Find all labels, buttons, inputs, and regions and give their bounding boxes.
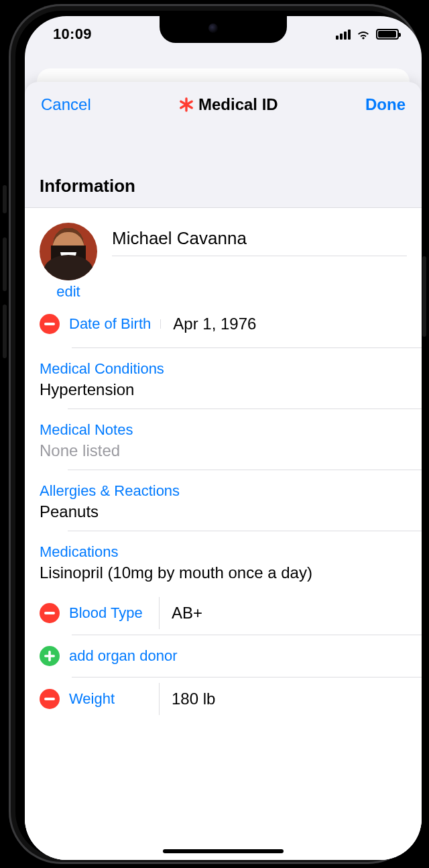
allergies-label: Allergies & Reactions [40,482,407,500]
section-header-information: Information [25,127,422,207]
svg-rect-6 [44,655,55,657]
svg-rect-4 [44,612,55,614]
allergies-value[interactable]: Peanuts [40,502,407,521]
notch [160,16,287,43]
cellular-icon [336,29,351,40]
screen: 10:09 Cancel [25,16,422,860]
notes-label: Medical Notes [40,421,407,439]
notes-placeholder[interactable]: None listed [40,441,407,460]
page-title-text: Medical ID [198,95,278,114]
power-button[interactable] [422,256,426,337]
edit-photo-link[interactable]: edit [40,283,97,301]
conditions-value[interactable]: Hypertension [40,380,407,399]
remove-weight-button[interactable] [40,689,60,709]
medications-block[interactable]: Medications Lisinopril (10mg by mouth on… [25,531,422,592]
weight-label[interactable]: Weight [69,690,159,708]
done-button[interactable]: Done [365,95,406,114]
home-indicator[interactable] [163,849,284,853]
volume-down-button[interactable] [3,305,7,358]
add-organ-donor-row[interactable]: add organ donor [25,635,422,677]
dob-value[interactable]: Apr 1, 1976 [161,315,422,333]
minus-icon [44,698,55,700]
svg-rect-7 [44,698,55,700]
battery-icon [376,29,399,40]
remove-blood-type-button[interactable] [40,603,60,623]
weight-row: Weight 180 lb [25,677,422,720]
weight-value[interactable]: 180 lb [160,690,422,708]
add-organ-donor-label: add organ donor [69,647,177,665]
allergies-block[interactable]: Allergies & Reactions Peanuts [25,470,422,531]
volume-up-button[interactable] [3,237,7,291]
blood-type-label[interactable]: Blood Type [69,604,159,622]
conditions-block[interactable]: Medical Conditions Hypertension [25,348,422,409]
form-content[interactable]: Michael Cavanna edit Date of Birth Apr 1… [25,207,422,860]
status-icons [336,29,399,40]
status-time: 10:09 [53,25,92,43]
conditions-label: Medical Conditions [40,360,407,378]
name-field[interactable]: Michael Cavanna [112,225,407,256]
cancel-button[interactable]: Cancel [41,95,91,114]
blood-type-row: Blood Type AB+ [25,592,422,635]
modal-sheet: Cancel Medical ID Done Information [25,82,422,860]
profile-row: Michael Cavanna [25,208,422,280]
medical-asterisk-icon [178,97,194,113]
plus-icon [44,651,55,661]
notes-block[interactable]: Medical Notes None listed [25,409,422,470]
avatar[interactable] [40,223,97,280]
mute-switch[interactable] [3,185,7,213]
svg-rect-3 [44,323,55,325]
remove-dob-button[interactable] [40,314,60,334]
dob-label[interactable]: Date of Birth [69,315,151,333]
medications-value[interactable]: Lisinopril (10mg by mouth once a day) [40,563,407,582]
dob-row: Date of Birth Apr 1, 1976 [25,301,422,347]
wifi-icon [356,29,371,40]
minus-icon [44,323,55,325]
blood-type-value[interactable]: AB+ [160,604,422,622]
medications-label: Medications [40,543,407,561]
phone-frame: 10:09 Cancel [9,4,420,864]
page-title: Medical ID [178,95,278,114]
add-organ-donor-button[interactable] [40,646,60,666]
nav-bar: Cancel Medical ID Done [25,82,422,127]
minus-icon [44,612,55,614]
